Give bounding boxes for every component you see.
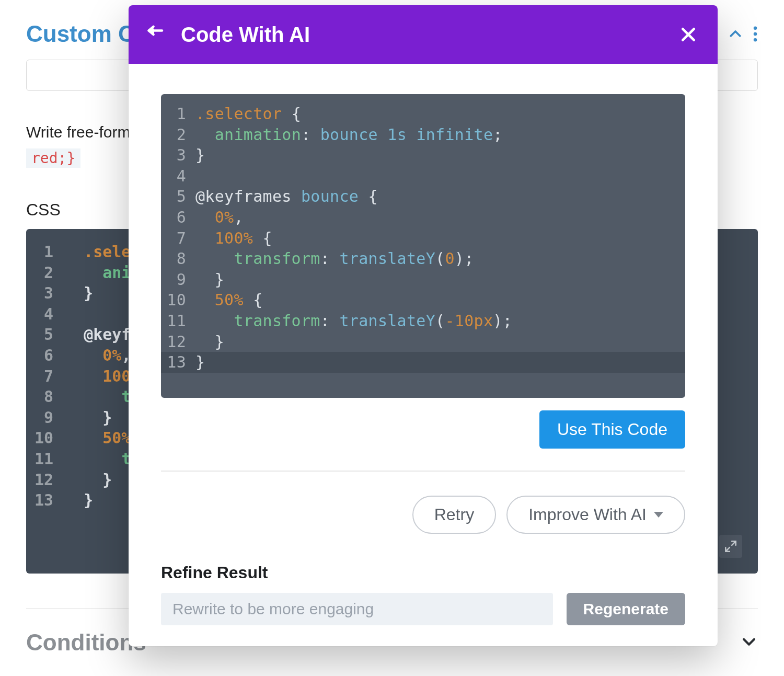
modal-divider (161, 471, 685, 472)
svg-point-1 (754, 32, 757, 36)
action-row: Retry Improve With AI (161, 496, 685, 534)
collapse-icon[interactable] (728, 26, 743, 42)
refine-row: Regenerate (161, 593, 685, 625)
kebab-icon[interactable] (753, 26, 758, 42)
improve-label: Improve With AI (528, 505, 647, 524)
code-with-ai-modal: Code With AI 1.selector {2 animation: bo… (129, 5, 718, 646)
hint-snippet-text: red;} (31, 150, 75, 167)
refine-label: Refine Result (161, 563, 685, 582)
retry-label: Retry (434, 505, 474, 524)
chevron-down-icon (654, 512, 663, 518)
retry-button[interactable]: Retry (412, 496, 496, 534)
modal-body: 1.selector {2 animation: bounce 1s infin… (129, 64, 718, 646)
chevron-down-icon[interactable] (740, 633, 758, 652)
refine-input[interactable] (161, 593, 553, 625)
hint-snippet: red;} (26, 148, 80, 168)
ai-code-editor[interactable]: 1.selector {2 animation: bounce 1s infin… (161, 94, 685, 398)
svg-point-2 (754, 38, 757, 42)
expand-icon[interactable] (719, 535, 742, 558)
modal-title: Code With AI (181, 23, 310, 47)
panel-header-actions (728, 26, 758, 42)
regenerate-button[interactable]: Regenerate (567, 593, 685, 625)
use-this-code-button[interactable]: Use This Code (539, 410, 685, 449)
svg-point-0 (754, 27, 757, 30)
close-icon[interactable] (680, 26, 697, 43)
back-icon[interactable] (146, 25, 165, 44)
modal-header: Code With AI (129, 5, 718, 64)
improve-with-ai-button[interactable]: Improve With AI (506, 496, 685, 534)
